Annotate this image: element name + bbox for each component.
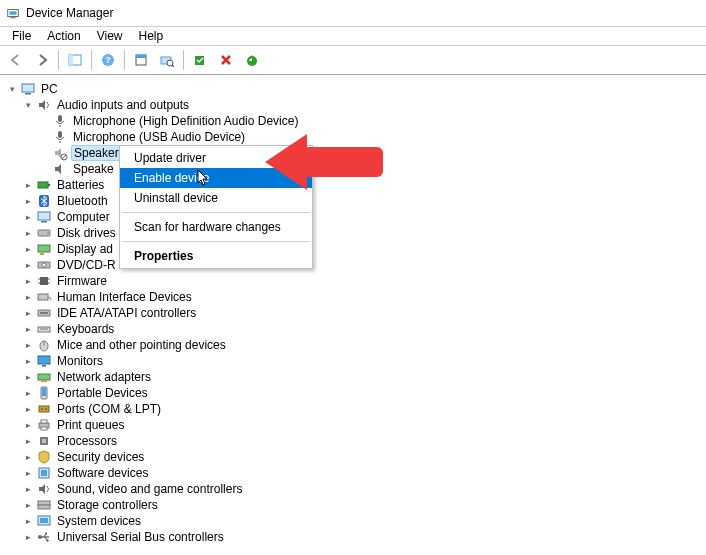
display-adapter-icon [36,241,52,257]
chevron-right-icon[interactable]: ▸ [22,307,34,319]
svg-rect-50 [42,388,46,396]
tree-node-root[interactable]: ▾ PC [4,81,702,97]
toolbar: ? [0,46,706,75]
svg-rect-22 [38,182,48,188]
tree-node-batteries[interactable]: ▸ Batteries [4,177,702,193]
usb-icon [36,529,52,545]
tree-label: PC [39,81,60,97]
network-adapter-icon [36,369,52,385]
menu-help[interactable]: Help [131,28,172,44]
svg-rect-61 [38,501,50,505]
chevron-right-icon[interactable]: ▸ [22,371,34,383]
tree-node-keyboards[interactable]: ▸ Keyboards [4,321,702,337]
tree-node-mice[interactable]: ▸ Mice and other pointing devices [4,337,702,353]
tree-node-portable[interactable]: ▸ Portable Devices [4,385,702,401]
menu-action[interactable]: Action [39,28,88,44]
tree-node-svgc[interactable]: ▸ Sound, video and game controllers [4,481,702,497]
chevron-right-icon[interactable]: ▸ [22,451,34,463]
enable-device-button[interactable] [188,48,212,72]
tree-label: Processors [55,433,119,449]
svg-rect-51 [39,406,49,412]
chevron-down-icon[interactable]: ▾ [6,83,18,95]
chevron-right-icon[interactable]: ▸ [22,531,34,543]
chevron-right-icon[interactable]: ▸ [22,259,34,271]
chevron-right-icon[interactable]: ▸ [22,275,34,287]
chevron-right-icon[interactable]: ▸ [22,211,34,223]
tree-node-dvd[interactable]: ▸ DVD/CD-R [4,257,702,273]
ctx-enable-device[interactable]: Enable device [120,168,312,188]
tree-node-processors[interactable]: ▸ Processors [4,433,702,449]
window-title: Device Manager [26,6,113,20]
chevron-right-icon[interactable]: ▸ [22,403,34,415]
tree-node-network[interactable]: ▸ Network adapters [4,369,702,385]
mouse-cursor-icon [197,169,211,187]
tree-node-audio[interactable]: ▾ Audio inputs and outputs [4,97,702,113]
chevron-right-icon[interactable]: ▸ [22,291,34,303]
tree-label: Audio inputs and outputs [55,97,191,113]
ctx-properties[interactable]: Properties [120,246,312,266]
chevron-right-icon[interactable]: ▸ [22,499,34,511]
chevron-right-icon[interactable]: ▸ [22,467,34,479]
scan-hardware-button[interactable] [155,48,179,72]
menu-view[interactable]: View [89,28,131,44]
chevron-right-icon[interactable]: ▸ [22,515,34,527]
tree-node-mic-usb[interactable]: ▸ Microphone (USB Audio Device) [4,129,702,145]
chevron-right-icon[interactable]: ▸ [22,227,34,239]
tree-node-mic-hd[interactable]: ▸ Microphone (High Definition Audio Devi… [4,113,702,129]
tree-node-ide[interactable]: ▸ IDE ATA/ATAPI controllers [4,305,702,321]
tree-node-software[interactable]: ▸ Software devices [4,465,702,481]
ctx-uninstall-device[interactable]: Uninstall device [120,188,312,208]
chevron-right-icon[interactable]: ▸ [22,387,34,399]
chevron-right-icon[interactable]: ▸ [22,323,34,335]
chevron-right-icon[interactable]: ▸ [22,355,34,367]
tree-node-system[interactable]: ▸ System devices [4,513,702,529]
chevron-right-icon[interactable]: ▸ [22,339,34,351]
properties-button[interactable] [129,48,153,72]
forward-button[interactable] [30,48,54,72]
menubar: File Action View Help [0,27,706,46]
tree-node-display[interactable]: ▸ Display ad [4,241,702,257]
sound-controller-icon [36,481,52,497]
chevron-right-icon[interactable]: ▸ [22,243,34,255]
back-button[interactable] [4,48,28,72]
tree-node-usb[interactable]: ▸ Universal Serial Bus controllers [4,529,702,545]
ctx-scan-hardware[interactable]: Scan for hardware changes [120,217,312,237]
svg-rect-30 [40,253,44,255]
svg-point-52 [41,408,43,410]
chevron-down-icon[interactable]: ▾ [22,99,34,111]
update-driver-button[interactable] [240,48,264,72]
tree-node-monitors[interactable]: ▸ Monitors [4,353,702,369]
mouse-icon [36,337,52,353]
computer-icon [20,81,36,97]
microphone-icon [52,113,68,129]
tree-node-computer[interactable]: ▸ Computer [4,209,702,225]
tree-node-firmware[interactable]: ▸ Firmware [4,273,702,289]
svg-point-32 [42,263,46,267]
menu-file[interactable]: File [4,28,39,44]
tree-node-disk[interactable]: ▸ Disk drives [4,225,702,241]
device-tree[interactable]: ▾ PC ▾ Audio inputs and outputs ▸ Microp… [0,75,706,555]
storage-controller-icon [36,497,52,513]
tree-node-security[interactable]: ▸ Security devices [4,449,702,465]
tree-node-hid[interactable]: ▸ Human Interface Devices [4,289,702,305]
speaker-icon [52,161,68,177]
battery-icon [36,177,52,193]
help-button[interactable]: ? [96,48,120,72]
chevron-right-icon[interactable]: ▸ [22,419,34,431]
tree-label: Bluetooth [55,193,110,209]
chevron-right-icon[interactable]: ▸ [22,435,34,447]
chevron-right-icon[interactable]: ▸ [22,179,34,191]
chevron-right-icon[interactable]: ▸ [22,195,34,207]
svg-point-53 [45,408,47,410]
tree-node-storage[interactable]: ▸ Storage controllers [4,497,702,513]
ctx-update-driver[interactable]: Update driver [120,148,312,168]
disable-device-button[interactable] [214,48,238,72]
tree-node-speakers-cut[interactable]: ▸ Speake [4,161,702,177]
tree-node-speakers-hd[interactable]: ▸ Speakers (High Definition Audio Device… [4,145,702,161]
chevron-right-icon[interactable]: ▸ [22,483,34,495]
tree-node-bluetooth[interactable]: ▸ Bluetooth [4,193,702,209]
show-hide-console-tree-button[interactable] [63,48,87,72]
svg-rect-1 [10,11,17,15]
tree-node-printq[interactable]: ▸ Print queues [4,417,702,433]
tree-node-ports[interactable]: ▸ Ports (COM & LPT) [4,401,702,417]
